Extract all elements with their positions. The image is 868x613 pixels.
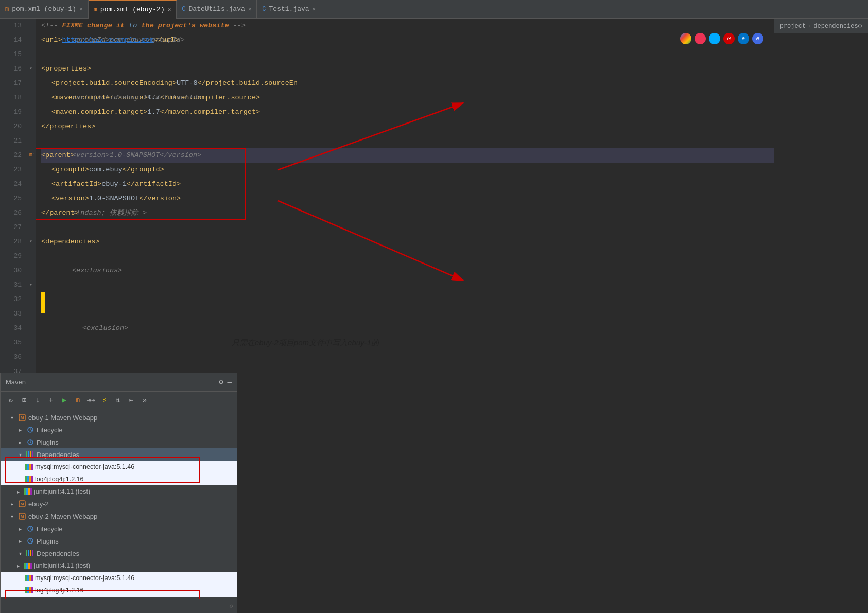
code-line-36: <exclusions>	[51, 264, 201, 278]
editor-content: 13 14 15 16 17 18 19 20 21 22 23 24 25 2…	[0, 19, 868, 373]
tree-dep-log4j-1[interactable]: log4j:log4j:1.2.16	[1, 473, 237, 485]
tree-label-ebuy1-webapp: ebuy-1 Maven Webapp	[28, 414, 97, 422]
code-content[interactable]: <!-- FIXME change it to the project's we…	[36, 19, 774, 373]
collapse-btn[interactable]: ⇤	[125, 394, 137, 407]
scrollbar-thumb-top	[41, 292, 45, 313]
edge-icon: e	[752, 33, 763, 44]
chrome-icon	[680, 33, 691, 44]
maven-project-icon-2: M	[18, 500, 26, 508]
tree-dep-log4j-2[interactable]: log4j:log4j:1.2.16	[1, 584, 237, 597]
run-btn[interactable]: ▶	[58, 394, 71, 407]
fold-icon-16[interactable]: ▾	[26, 62, 36, 76]
dep-icon-mysql1	[25, 464, 33, 470]
maven-tree[interactable]: M ebuy-1 Maven Webapp Lifecycle	[1, 409, 237, 599]
skip-btn[interactable]: ⇥⇥	[85, 394, 97, 407]
deps-icon-1	[26, 450, 34, 459]
tree-label-ebuy2-webapp: ebuy-2 Maven Webapp	[28, 513, 97, 520]
plugins-icon-1	[26, 438, 34, 446]
svg-text:M: M	[21, 415, 24, 420]
more-btn[interactable]: »	[138, 394, 151, 407]
download-btn[interactable]: ↓	[31, 394, 44, 407]
firefox-icon	[695, 33, 706, 44]
tab-test1[interactable]: C Test1.java ✕	[257, 0, 321, 19]
maven-toolbar: ↻ ⊞ ↓ + ▶ m ⇥⇥ ⚡ ⇅ ⇤ »	[1, 392, 237, 409]
generate-btn[interactable]: ⊞	[18, 394, 30, 407]
refresh-btn[interactable]: ↻	[5, 394, 17, 407]
fold-icon-31[interactable]: ▾	[26, 278, 36, 292]
tree-dep-mysql-2[interactable]: mysql:mysql-connector-java:5.1.46	[1, 572, 237, 584]
maven-logo-btn[interactable]: m	[72, 394, 84, 407]
toggle-btn[interactable]: ⇅	[112, 394, 124, 407]
maven-panel: Maven ⚙ — ↻ ⊞ ↓ + ▶ m ⇥⇥ ⚡ ⇅ ⇤ »	[0, 373, 237, 613]
fold-icon-22[interactable]: ↑	[31, 148, 36, 163]
close-tab-3[interactable]: ✕	[248, 6, 252, 12]
maven-project-icon-1: M	[18, 413, 26, 422]
tree-label-deps1: Dependencies	[37, 451, 79, 459]
maven-tree-wrapper: M ebuy-1 Maven Webapp Lifecycle	[1, 409, 237, 599]
tab-label-4: Test1.java	[269, 5, 309, 13]
tree-arrow-ebuy1[interactable]	[11, 415, 18, 421]
dep-icon-junit1	[24, 488, 32, 495]
lifecycle-icon-1	[26, 426, 34, 434]
tree-arrow-plugins1[interactable]	[19, 440, 26, 445]
settings-icon[interactable]: ⚙	[858, 19, 862, 33]
maven-icon-2: m	[94, 6, 97, 13]
opera-icon	[709, 33, 720, 44]
tab-pom-ebuy1[interactable]: m pom.xml (ebuy-1) ✕	[0, 0, 89, 19]
google-icon: G	[723, 33, 735, 44]
settings-gear-icon[interactable]: ⚙	[219, 378, 223, 387]
breadcrumb-project: project	[780, 19, 806, 33]
tree-arrow-junit1[interactable]	[17, 489, 24, 495]
tree-ebuy2[interactable]: M ebuy-2	[1, 498, 237, 510]
tree-deps-1[interactable]: Dependencies	[1, 448, 237, 461]
tree-lifecycle-1[interactable]: Lifecycle	[1, 424, 237, 436]
browser-icons: G e e	[680, 33, 763, 44]
code-line-32: <groupId>com.ebuy</groupId>	[51, 33, 201, 47]
ie-icon: e	[738, 33, 749, 44]
tree-lifecycle-2[interactable]: Lifecycle	[1, 522, 237, 535]
tab-label-1: pom.xml (ebuy-1)	[12, 5, 76, 13]
dep-icon-log4j1	[25, 476, 33, 482]
tab-label-2: pom.xml (ebuy-2)	[100, 6, 165, 13]
breadcrumb-dependencies: dependencies	[813, 19, 858, 33]
close-panel-icon[interactable]: —	[228, 378, 232, 387]
annotation-line1: 只需在ebuy-2项目pom文件中写入ebuy-1的	[232, 336, 380, 350]
deps-icon-2	[26, 549, 34, 557]
code-line-35: <!ndash; 依赖排除–>	[51, 206, 201, 220]
lightning-btn[interactable]: ⚡	[98, 394, 111, 407]
tree-ebuy1-webapp[interactable]: M ebuy-1 Maven Webapp	[1, 411, 237, 424]
java-icon-4: C	[262, 6, 266, 13]
dep-label-mysql2: mysql:mysql-connector-java:5.1.46	[35, 574, 134, 582]
tree-label-ebuy2: ebuy-2	[28, 500, 49, 508]
tree-dep-junit-1[interactable]: junit:junit:4.11 (test)	[1, 485, 237, 498]
main-area: 13 14 15 16 17 18 19 20 21 22 23 24 25 2…	[0, 19, 868, 613]
tree-dep-junit-2[interactable]: junit:junit:4.11 (test)	[1, 559, 237, 572]
tree-dep-mysql-1[interactable]: mysql:mysql-connector-java:5.1.46	[1, 461, 237, 473]
close-tab-1[interactable]: ✕	[79, 6, 83, 12]
tree-arrow-ebuy2-webapp[interactable]	[11, 514, 18, 519]
tree-arrow-lifecycle2[interactable]	[19, 526, 26, 532]
tab-dateutils[interactable]: C DateUtils.java ✕	[177, 0, 257, 19]
fold-icon-28[interactable]: ▾	[26, 235, 36, 249]
maven-title: Maven	[6, 378, 26, 386]
gutter: ▾ m ↑ ▾ ▾	[26, 19, 36, 373]
tree-deps-2[interactable]: Dependencies	[1, 547, 237, 559]
dep-icon-junit2	[24, 563, 32, 569]
maven-footer-settings[interactable]: ⚙	[229, 603, 233, 609]
tree-label-plugins1: Plugins	[37, 439, 59, 446]
tree-arrow-plugins2[interactable]	[19, 538, 26, 544]
tree-arrow-junit2[interactable]	[17, 563, 24, 569]
tree-plugins-1[interactable]: Plugins	[1, 436, 237, 448]
add-btn[interactable]: +	[45, 394, 57, 407]
svg-text:M: M	[21, 514, 24, 519]
maven-footer: ⚙	[1, 599, 237, 613]
tree-ebuy2-webapp[interactable]: M ebuy-2 Maven Webapp	[1, 510, 237, 522]
dep-label-mysql1: mysql:mysql-connector-java:5.1.46	[35, 463, 134, 470]
close-tab-4[interactable]: ✕	[313, 6, 316, 12]
tab-pom-ebuy2[interactable]: m pom.xml (ebuy-2) ✕	[89, 0, 177, 19]
tree-plugins-2[interactable]: Plugins	[1, 535, 237, 547]
tree-arrow-lifecycle1[interactable]	[19, 427, 26, 433]
tree-arrow-ebuy2[interactable]	[11, 501, 18, 507]
close-tab-2[interactable]: ✕	[168, 6, 171, 13]
lifecycle-icon-2	[26, 524, 34, 533]
